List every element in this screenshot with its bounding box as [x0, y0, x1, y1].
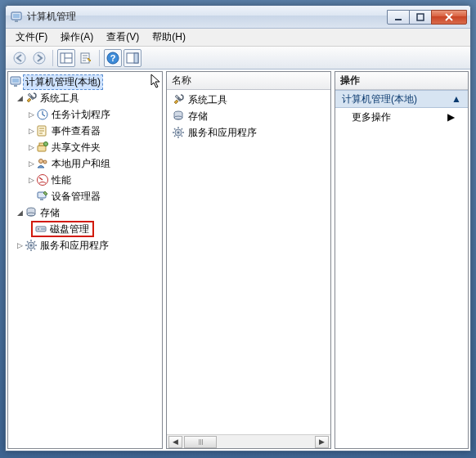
help-button[interactable]	[104, 49, 122, 67]
scroll-left-button[interactable]: ◀	[168, 436, 182, 448]
window-title: 计算机管理	[27, 10, 76, 24]
tree-pane: 计算机管理(本地) ◢ 系统工具 ▷ 任务计划程序 ▷	[7, 71, 163, 449]
device-manager-icon	[36, 190, 49, 203]
actions-pane: 操作 计算机管理(本地) ▲ 更多操作 ▶	[335, 71, 469, 449]
wrench-icon	[172, 93, 185, 106]
properties-button[interactable]	[77, 49, 95, 67]
tree-item-device[interactable]: 设备管理器	[8, 188, 162, 204]
titlebar[interactable]: 计算机管理	[6, 6, 470, 29]
menubar: 文件(F) 操作(A) 查看(V) 帮助(H)	[6, 29, 470, 47]
show-hide-tree-button[interactable]	[57, 49, 75, 67]
storage-icon	[25, 206, 38, 219]
clock-icon	[36, 108, 49, 121]
collapse-icon[interactable]: ▲	[451, 93, 461, 105]
tree-label: 设备管理器	[52, 190, 101, 204]
actions-group-header[interactable]: 计算机管理(本地) ▲	[335, 90, 468, 108]
list-pane: 名称 系统工具 存储 服务和应用程序 ◀	[166, 71, 331, 449]
scroll-track[interactable]	[184, 436, 313, 448]
expand-icon[interactable]: ▷	[26, 142, 36, 152]
tree-label: 计算机管理(本地)	[23, 74, 103, 90]
forward-button[interactable]	[30, 49, 48, 67]
tree-root[interactable]: 计算机管理(本地)	[8, 74, 162, 90]
scroll-right-button[interactable]: ▶	[315, 436, 329, 448]
tree-item-eventviewer[interactable]: ▷ 事件查看器	[8, 123, 162, 139]
computer-management-icon	[10, 75, 23, 88]
svg-rect-28	[395, 19, 402, 20]
column-header-name[interactable]: 名称	[167, 72, 330, 90]
tree-label: 事件查看器	[52, 124, 101, 138]
expand-icon[interactable]: ▷	[26, 159, 36, 168]
tree-label: 存储	[40, 206, 60, 220]
list-item[interactable]: 存储	[167, 108, 330, 124]
storage-icon	[172, 110, 185, 123]
back-button[interactable]	[11, 49, 29, 67]
menu-action[interactable]: 操作(A)	[54, 29, 100, 46]
close-button[interactable]	[431, 10, 467, 25]
navigation-tree[interactable]: 计算机管理(本地) ◢ 系统工具 ▷ 任务计划程序 ▷	[8, 72, 162, 448]
tree-item-storage[interactable]: ◢ 存储	[8, 204, 162, 221]
tree-item-services[interactable]: ▷ 服务和应用程序	[8, 237, 162, 254]
performance-icon	[36, 173, 49, 186]
menu-view[interactable]: 查看(V)	[100, 29, 146, 46]
show-action-pane-button[interactable]	[123, 49, 141, 67]
maximize-button[interactable]	[409, 10, 432, 25]
submenu-arrow-icon: ▶	[447, 111, 455, 123]
menu-help[interactable]: 帮助(H)	[146, 29, 192, 46]
collapse-icon[interactable]: ◢	[15, 93, 25, 103]
gear-icon	[172, 126, 185, 139]
tree-label: 任务计划程序	[52, 108, 110, 122]
horizontal-scrollbar[interactable]: ◀ ▶	[167, 434, 330, 448]
list-label: 服务和应用程序	[188, 126, 257, 140]
tree-label: 系统工具	[40, 92, 79, 106]
expand-icon[interactable]: ▷	[15, 240, 25, 250]
tree-label: 服务和应用程序	[40, 239, 109, 253]
toolbar-separator	[52, 50, 53, 66]
tree-item-diskmgmt[interactable]: 磁盘管理	[8, 221, 162, 237]
gear-icon	[25, 239, 38, 252]
minimize-button[interactable]	[387, 10, 410, 25]
menu-file[interactable]: 文件(F)	[9, 29, 54, 46]
item-list[interactable]: 系统工具 存储 服务和应用程序	[167, 90, 330, 434]
tree-label: 性能	[52, 173, 71, 187]
svg-rect-29	[417, 14, 424, 20]
list-item[interactable]: 系统工具	[167, 92, 330, 108]
shared-folder-icon	[36, 141, 49, 154]
expand-icon[interactable]: ▷	[26, 126, 36, 136]
collapse-icon[interactable]: ◢	[15, 208, 25, 218]
actions-header: 操作	[335, 72, 468, 90]
tree-item-users[interactable]: ▷ 本地用户和组	[8, 155, 162, 172]
action-label: 更多操作	[352, 110, 391, 124]
disk-icon	[34, 222, 47, 236]
list-label: 系统工具	[188, 93, 227, 107]
expand-icon[interactable]: ▷	[26, 110, 36, 119]
tree-item-systools[interactable]: ◢ 系统工具	[8, 90, 162, 106]
tree-item-scheduler[interactable]: ▷ 任务计划程序	[8, 106, 162, 123]
highlight-box: 磁盘管理	[31, 221, 94, 237]
content-area: 计算机管理(本地) ◢ 系统工具 ▷ 任务计划程序 ▷	[6, 70, 470, 451]
wrench-icon	[25, 92, 38, 105]
tree-item-perf[interactable]: ▷ 性能	[8, 172, 162, 188]
list-item[interactable]: 服务和应用程序	[167, 124, 330, 141]
tree-item-shared[interactable]: ▷ 共享文件夹	[8, 139, 162, 155]
tree-label: 共享文件夹	[52, 141, 101, 155]
list-label: 存储	[188, 110, 208, 123]
window: 计算机管理 文件(F) 操作(A) 查看(V) 帮助(H)	[5, 5, 471, 451]
scroll-thumb[interactable]	[184, 436, 217, 448]
action-more[interactable]: 更多操作 ▶	[335, 108, 468, 126]
toolbar	[6, 47, 470, 70]
actions-group-label: 计算机管理(本地)	[342, 92, 417, 106]
event-log-icon	[36, 124, 49, 137]
toolbar-separator	[99, 50, 100, 66]
tree-label: 磁盘管理	[50, 222, 89, 236]
users-icon	[36, 157, 49, 170]
app-icon	[11, 11, 24, 24]
tree-label: 本地用户和组	[52, 157, 110, 171]
expand-icon[interactable]: ▷	[26, 175, 36, 185]
